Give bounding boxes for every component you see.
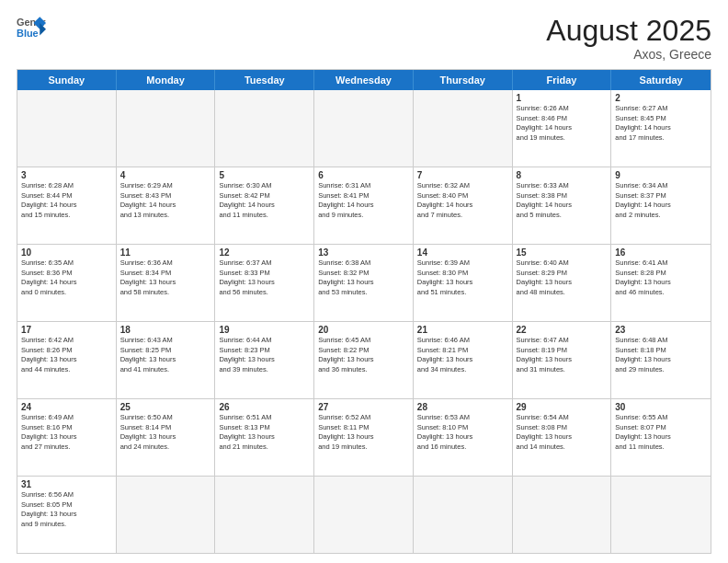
cell-details: Sunrise: 6:38 AM Sunset: 8:32 PM Dayligh…: [318, 259, 409, 297]
calendar-cell: 24Sunrise: 6:49 AM Sunset: 8:16 PM Dayli…: [17, 399, 117, 476]
calendar-cell: 12Sunrise: 6:37 AM Sunset: 8:33 PM Dayli…: [215, 245, 314, 321]
day-number: 18: [120, 325, 211, 335]
calendar-cell: 26Sunrise: 6:51 AM Sunset: 8:13 PM Dayli…: [215, 399, 314, 476]
calendar-cell: 20Sunrise: 6:45 AM Sunset: 8:22 PM Dayli…: [314, 322, 414, 398]
cell-details: Sunrise: 6:26 AM Sunset: 8:46 PM Dayligh…: [517, 104, 608, 143]
cell-details: Sunrise: 6:52 AM Sunset: 8:11 PM Dayligh…: [318, 413, 409, 452]
logo-icon: General Blue: [17, 15, 46, 40]
day-number: 8: [517, 170, 608, 180]
calendar-cell: [611, 477, 711, 553]
header: General Blue August 2025 Axos, Greece: [17, 15, 711, 62]
day-number: 3: [21, 170, 112, 180]
cell-details: Sunrise: 6:36 AM Sunset: 8:34 PM Dayligh…: [120, 259, 211, 297]
day-number: 13: [318, 247, 409, 258]
day-number: 1: [517, 93, 608, 103]
cell-details: Sunrise: 6:42 AM Sunset: 8:26 PM Dayligh…: [21, 336, 112, 374]
calendar-cell: 5Sunrise: 6:30 AM Sunset: 8:42 PM Daylig…: [215, 167, 314, 244]
cell-details: Sunrise: 6:49 AM Sunset: 8:16 PM Dayligh…: [21, 413, 112, 452]
calendar-cell: 6Sunrise: 6:31 AM Sunset: 8:41 PM Daylig…: [314, 167, 414, 244]
calendar-cell: [117, 90, 216, 167]
calendar-body: 1Sunrise: 6:26 AM Sunset: 8:46 PM Daylig…: [17, 90, 711, 553]
calendar-cell: [513, 477, 612, 553]
cell-details: Sunrise: 6:41 AM Sunset: 8:28 PM Dayligh…: [615, 259, 707, 297]
title-block: August 2025 Axos, Greece: [546, 15, 711, 62]
day-number: 27: [318, 402, 409, 412]
day-number: 29: [517, 402, 608, 412]
cell-details: Sunrise: 6:32 AM Sunset: 8:40 PM Dayligh…: [417, 181, 508, 220]
day-number: 25: [120, 402, 211, 412]
cell-details: Sunrise: 6:45 AM Sunset: 8:22 PM Dayligh…: [318, 336, 409, 374]
day-number: 9: [615, 170, 707, 180]
cell-details: Sunrise: 6:56 AM Sunset: 8:05 PM Dayligh…: [21, 490, 112, 529]
calendar-cell: 14Sunrise: 6:39 AM Sunset: 8:30 PM Dayli…: [414, 245, 513, 321]
calendar-cell: 30Sunrise: 6:55 AM Sunset: 8:07 PM Dayli…: [611, 399, 711, 476]
calendar-cell: 3Sunrise: 6:28 AM Sunset: 8:44 PM Daylig…: [17, 167, 117, 244]
calendar-cell: 31Sunrise: 6:56 AM Sunset: 8:05 PM Dayli…: [17, 477, 117, 553]
calendar-cell: [414, 477, 513, 553]
day-number: 20: [318, 325, 409, 335]
cell-details: Sunrise: 6:33 AM Sunset: 8:38 PM Dayligh…: [517, 181, 608, 220]
calendar-cell: 13Sunrise: 6:38 AM Sunset: 8:32 PM Dayli…: [314, 245, 414, 321]
day-number: 10: [21, 247, 112, 258]
calendar-cell: 25Sunrise: 6:50 AM Sunset: 8:14 PM Dayli…: [117, 399, 216, 476]
cell-details: Sunrise: 6:50 AM Sunset: 8:14 PM Dayligh…: [120, 413, 211, 452]
calendar-week-3: 17Sunrise: 6:42 AM Sunset: 8:26 PM Dayli…: [17, 322, 711, 399]
calendar-cell: 9Sunrise: 6:34 AM Sunset: 8:37 PM Daylig…: [611, 167, 711, 244]
cell-details: Sunrise: 6:35 AM Sunset: 8:36 PM Dayligh…: [21, 259, 112, 297]
header-cell-wednesday: Wednesday: [314, 70, 414, 90]
calendar-cell: 11Sunrise: 6:36 AM Sunset: 8:34 PM Dayli…: [117, 245, 216, 321]
day-number: 30: [615, 402, 707, 412]
day-number: 26: [219, 402, 310, 412]
page: General Blue August 2025 Axos, Greece Su…: [0, 0, 728, 563]
calendar-cell: 16Sunrise: 6:41 AM Sunset: 8:28 PM Dayli…: [611, 245, 711, 321]
svg-text:Blue: Blue: [17, 28, 39, 39]
cell-details: Sunrise: 6:37 AM Sunset: 8:33 PM Dayligh…: [219, 259, 310, 297]
day-number: 22: [517, 325, 608, 335]
calendar-cell: 2Sunrise: 6:27 AM Sunset: 8:45 PM Daylig…: [611, 90, 711, 167]
cell-details: Sunrise: 6:27 AM Sunset: 8:45 PM Dayligh…: [615, 104, 707, 143]
calendar-cell: 8Sunrise: 6:33 AM Sunset: 8:38 PM Daylig…: [513, 167, 612, 244]
calendar-cell: 19Sunrise: 6:44 AM Sunset: 8:23 PM Dayli…: [215, 322, 314, 398]
cell-details: Sunrise: 6:43 AM Sunset: 8:25 PM Dayligh…: [120, 336, 211, 374]
calendar-cell: 4Sunrise: 6:29 AM Sunset: 8:43 PM Daylig…: [117, 167, 216, 244]
day-number: 16: [615, 247, 707, 258]
calendar-cell: 10Sunrise: 6:35 AM Sunset: 8:36 PM Dayli…: [17, 245, 117, 321]
calendar-cell: [17, 90, 117, 167]
day-number: 19: [219, 325, 310, 335]
calendar-cell: 28Sunrise: 6:53 AM Sunset: 8:10 PM Dayli…: [414, 399, 513, 476]
calendar-cell: 17Sunrise: 6:42 AM Sunset: 8:26 PM Dayli…: [17, 322, 117, 398]
header-cell-sunday: Sunday: [17, 70, 117, 90]
calendar-cell: 1Sunrise: 6:26 AM Sunset: 8:46 PM Daylig…: [513, 90, 612, 167]
day-number: 11: [120, 247, 211, 258]
day-number: 28: [417, 402, 508, 412]
cell-details: Sunrise: 6:55 AM Sunset: 8:07 PM Dayligh…: [615, 413, 707, 452]
calendar: SundayMondayTuesdayWednesdayThursdayFrid…: [17, 69, 711, 554]
calendar-header-row: SundayMondayTuesdayWednesdayThursdayFrid…: [17, 70, 711, 90]
day-number: 5: [219, 170, 310, 180]
cell-details: Sunrise: 6:44 AM Sunset: 8:23 PM Dayligh…: [219, 336, 310, 374]
calendar-cell: [215, 477, 314, 553]
calendar-cell: 23Sunrise: 6:48 AM Sunset: 8:18 PM Dayli…: [611, 322, 711, 398]
calendar-week-5: 31Sunrise: 6:56 AM Sunset: 8:05 PM Dayli…: [17, 477, 711, 553]
calendar-week-4: 24Sunrise: 6:49 AM Sunset: 8:16 PM Dayli…: [17, 399, 711, 477]
calendar-week-2: 10Sunrise: 6:35 AM Sunset: 8:36 PM Dayli…: [17, 245, 711, 322]
day-number: 21: [417, 325, 508, 335]
cell-details: Sunrise: 6:47 AM Sunset: 8:19 PM Dayligh…: [517, 336, 608, 374]
day-number: 2: [615, 93, 707, 103]
cell-details: Sunrise: 6:29 AM Sunset: 8:43 PM Dayligh…: [120, 181, 211, 220]
day-number: 15: [517, 247, 608, 258]
day-number: 24: [21, 402, 112, 412]
day-number: 14: [417, 247, 508, 258]
calendar-cell: 21Sunrise: 6:46 AM Sunset: 8:21 PM Dayli…: [414, 322, 513, 398]
logo: General Blue: [17, 15, 46, 40]
header-cell-saturday: Saturday: [611, 70, 711, 90]
header-cell-thursday: Thursday: [414, 70, 513, 90]
calendar-cell: 18Sunrise: 6:43 AM Sunset: 8:25 PM Dayli…: [117, 322, 216, 398]
calendar-week-0: 1Sunrise: 6:26 AM Sunset: 8:46 PM Daylig…: [17, 90, 711, 167]
cell-details: Sunrise: 6:31 AM Sunset: 8:41 PM Dayligh…: [318, 181, 409, 220]
subtitle: Axos, Greece: [546, 47, 711, 62]
cell-details: Sunrise: 6:30 AM Sunset: 8:42 PM Dayligh…: [219, 181, 310, 220]
cell-details: Sunrise: 6:34 AM Sunset: 8:37 PM Dayligh…: [615, 181, 707, 220]
calendar-cell: 27Sunrise: 6:52 AM Sunset: 8:11 PM Dayli…: [314, 399, 414, 476]
calendar-cell: [314, 90, 414, 167]
